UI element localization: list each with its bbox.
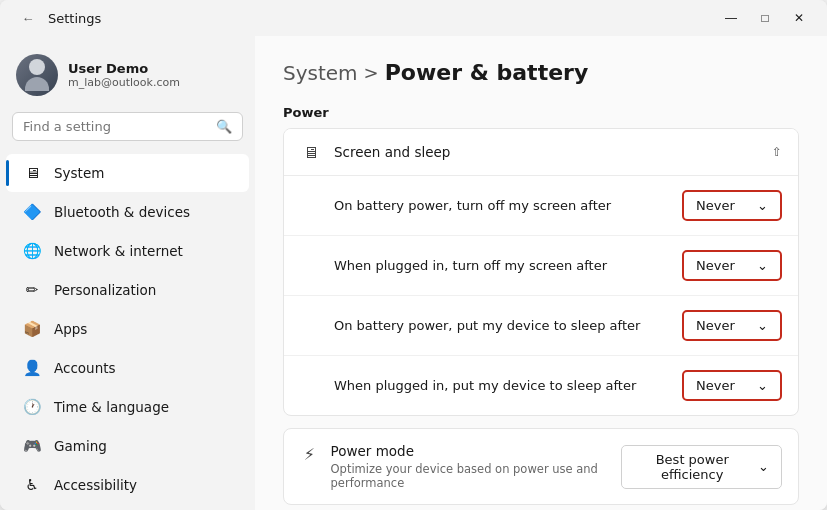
- setting-value-2: Never: [696, 318, 735, 333]
- apps-icon: 📦: [22, 319, 42, 339]
- sidebar-item-label: Apps: [54, 321, 87, 337]
- sidebar-item-privacy[interactable]: 🔒 Privacy & security: [6, 505, 249, 510]
- user-name: User Demo: [68, 61, 180, 76]
- sidebar-item-accounts[interactable]: 👤 Accounts: [6, 349, 249, 387]
- sidebar-item-label: Accounts: [54, 360, 116, 376]
- sidebar-item-time[interactable]: 🕐 Time & language: [6, 388, 249, 426]
- sidebar-item-system[interactable]: 🖥 System: [6, 154, 249, 192]
- accounts-icon: 👤: [22, 358, 42, 378]
- user-email: m_lab@outlook.com: [68, 76, 180, 89]
- user-section: User Demo m_lab@outlook.com: [0, 44, 255, 112]
- sidebar-item-apps[interactable]: 📦 Apps: [6, 310, 249, 348]
- settings-window: ← Settings — □ ✕ User Demo m_lab@ou: [0, 0, 827, 510]
- minimize-button[interactable]: —: [715, 6, 747, 30]
- sidebar-item-label: Network & internet: [54, 243, 183, 259]
- breadcrumb-current: Power & battery: [385, 60, 589, 85]
- setting-dropdown-3[interactable]: Never ⌄: [682, 370, 782, 401]
- sidebar-item-label: Personalization: [54, 282, 156, 298]
- sidebar-item-personalization[interactable]: ✏️ Personalization: [6, 271, 249, 309]
- main-content: System > Power & battery Power 🖥 Screen …: [255, 36, 827, 510]
- back-button[interactable]: ←: [16, 6, 40, 30]
- gaming-icon: 🎮: [22, 436, 42, 456]
- window-controls: — □ ✕: [715, 6, 815, 30]
- setting-dropdown-2[interactable]: Never ⌄: [682, 310, 782, 341]
- setting-value-3: Never: [696, 378, 735, 393]
- power-mode-card: ⚡ Power mode Optimize your device based …: [283, 428, 799, 505]
- chevron-down-icon-3: ⌄: [757, 378, 768, 393]
- accessibility-icon: ♿: [22, 475, 42, 495]
- sidebar-item-bluetooth[interactable]: 🔷 Bluetooth & devices: [6, 193, 249, 231]
- avatar: [16, 54, 58, 96]
- power-mode-title: Power mode: [331, 443, 622, 459]
- sidebar-item-label: Accessibility: [54, 477, 137, 493]
- title-bar: ← Settings — □ ✕: [0, 0, 827, 36]
- power-section-label: Power: [283, 105, 799, 120]
- sidebar-item-accessibility[interactable]: ♿ Accessibility: [6, 466, 249, 504]
- setting-label-1: When plugged in, turn off my screen afte…: [334, 258, 607, 273]
- chevron-down-icon-2: ⌄: [757, 318, 768, 333]
- network-icon: 🌐: [22, 241, 42, 261]
- monitor-icon: 🖥: [300, 141, 322, 163]
- power-mode-value: Best power efficiency: [634, 452, 750, 482]
- breadcrumb: System > Power & battery: [283, 60, 799, 85]
- chevron-up-icon: ⇧: [772, 145, 782, 159]
- power-mode-texts: Power mode Optimize your device based on…: [331, 443, 622, 490]
- setting-value-0: Never: [696, 198, 735, 213]
- card-header-left: 🖥 Screen and sleep: [300, 141, 450, 163]
- sidebar-item-network[interactable]: 🌐 Network & internet: [6, 232, 249, 270]
- breadcrumb-parent: System: [283, 61, 358, 85]
- search-input[interactable]: [23, 119, 208, 134]
- sidebar-item-label: Bluetooth & devices: [54, 204, 190, 220]
- bluetooth-icon: 🔷: [22, 202, 42, 222]
- user-info: User Demo m_lab@outlook.com: [68, 61, 180, 89]
- power-mode-dropdown[interactable]: Best power efficiency ⌄: [621, 445, 782, 489]
- setting-label-0: On battery power, turn off my screen aft…: [334, 198, 611, 213]
- nav-list: 🖥 System 🔷 Bluetooth & devices 🌐 Network…: [0, 153, 255, 510]
- setting-dropdown-0[interactable]: Never ⌄: [682, 190, 782, 221]
- sidebar-item-gaming[interactable]: 🎮 Gaming: [6, 427, 249, 465]
- power-mode-row: ⚡ Power mode Optimize your device based …: [284, 429, 798, 504]
- setting-dropdown-1[interactable]: Never ⌄: [682, 250, 782, 281]
- screen-sleep-header[interactable]: 🖥 Screen and sleep ⇧: [284, 129, 798, 175]
- screen-sleep-title: Screen and sleep: [334, 144, 450, 160]
- close-button[interactable]: ✕: [783, 6, 815, 30]
- title-bar-left: ← Settings: [16, 6, 101, 30]
- setting-row-0: On battery power, turn off my screen aft…: [284, 176, 798, 235]
- setting-value-1: Never: [696, 258, 735, 273]
- setting-row-3: When plugged in, put my device to sleep …: [284, 355, 798, 415]
- chevron-down-icon: ⌄: [758, 459, 769, 474]
- power-mode-left: ⚡ Power mode Optimize your device based …: [300, 443, 621, 490]
- personalization-icon: ✏️: [22, 280, 42, 300]
- search-box[interactable]: 🔍: [12, 112, 243, 141]
- chevron-down-icon-1: ⌄: [757, 258, 768, 273]
- power-mode-icon: ⚡: [300, 443, 319, 465]
- sidebar-item-label: Gaming: [54, 438, 107, 454]
- power-mode-subtitle: Optimize your device based on power use …: [331, 462, 622, 490]
- breadcrumb-separator: >: [364, 62, 379, 83]
- system-icon: 🖥: [22, 163, 42, 183]
- sidebar-item-label: System: [54, 165, 104, 181]
- setting-label-2: On battery power, put my device to sleep…: [334, 318, 640, 333]
- chevron-down-icon-0: ⌄: [757, 198, 768, 213]
- screen-sleep-card: 🖥 Screen and sleep ⇧ On battery power, t…: [283, 128, 799, 416]
- setting-rows: On battery power, turn off my screen aft…: [284, 176, 798, 415]
- sidebar: User Demo m_lab@outlook.com 🔍 🖥 System 🔷…: [0, 36, 255, 510]
- time-icon: 🕐: [22, 397, 42, 417]
- window-title: Settings: [48, 11, 101, 26]
- setting-row-1: When plugged in, turn off my screen afte…: [284, 235, 798, 295]
- setting-row-2: On battery power, put my device to sleep…: [284, 295, 798, 355]
- search-icon: 🔍: [216, 119, 232, 134]
- maximize-button[interactable]: □: [749, 6, 781, 30]
- setting-label-3: When plugged in, put my device to sleep …: [334, 378, 636, 393]
- sidebar-item-label: Time & language: [54, 399, 169, 415]
- content-area: User Demo m_lab@outlook.com 🔍 🖥 System 🔷…: [0, 36, 827, 510]
